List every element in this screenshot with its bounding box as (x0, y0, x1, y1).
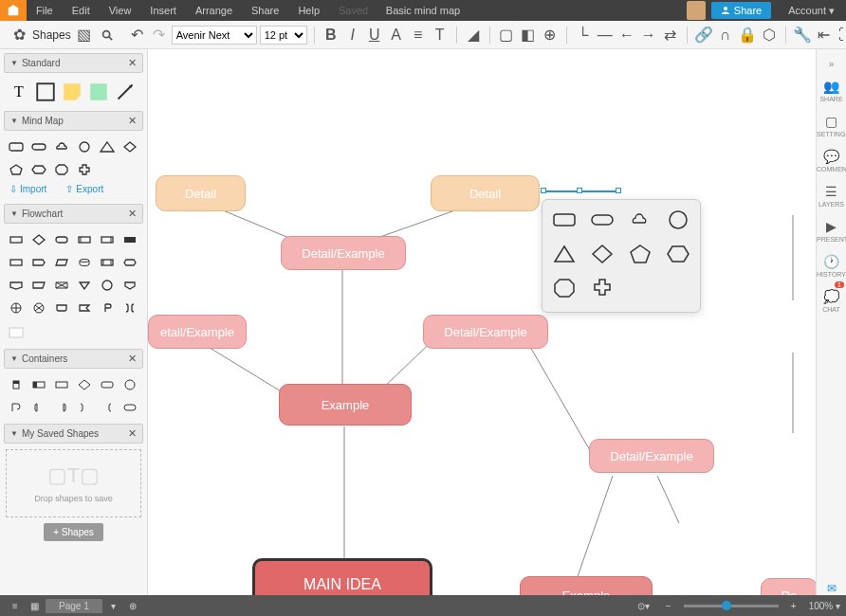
pick-pill[interactable] (590, 209, 615, 234)
export-link[interactable]: ⇧ Export (65, 184, 103, 194)
fc-s9[interactable] (53, 254, 70, 271)
fc-s20[interactable] (30, 299, 47, 317)
italic-icon[interactable]: I (343, 26, 362, 45)
rp-history[interactable]: 🕐HISTORY (817, 248, 846, 283)
canvas[interactable]: Detail Detail Detail/Example etail/Examp… (148, 49, 816, 616)
node-de-1[interactable]: Detail/Example (281, 236, 406, 270)
user-avatar[interactable] (687, 1, 706, 20)
zoom-value[interactable]: 100% ▾ (809, 601, 840, 611)
fc-s17[interactable] (99, 277, 116, 294)
mm-hexagon[interactable] (30, 161, 47, 178)
rp-settings[interactable]: ▢SETTINGS (817, 108, 846, 143)
fc-s11[interactable] (99, 254, 116, 271)
node-ex-1[interactable]: Example (279, 384, 412, 426)
page-menu-icon[interactable]: ▾ (104, 601, 123, 611)
fc-s6[interactable] (121, 231, 138, 248)
fc-s19[interactable] (8, 299, 25, 317)
text-shape[interactable]: T (9, 82, 28, 101)
menu-help[interactable]: Help (288, 5, 329, 16)
rp-present[interactable]: ▶PRESENT (817, 213, 846, 248)
mm-cloud[interactable] (53, 138, 70, 155)
ct-s6[interactable] (121, 376, 138, 393)
ct-s8[interactable] (30, 399, 47, 416)
pick-cross[interactable] (590, 278, 615, 302)
ct-s4[interactable] (76, 376, 93, 393)
line-swap-icon[interactable]: ⇄ (661, 26, 680, 45)
ct-s10[interactable] (76, 399, 93, 416)
ct-s11[interactable] (99, 399, 116, 416)
ct-s5[interactable] (99, 376, 116, 393)
fc-s8[interactable] (30, 254, 47, 271)
mm-diamond[interactable] (121, 138, 138, 155)
fc-s1[interactable] (8, 231, 25, 248)
fc-swatch[interactable] (8, 324, 25, 341)
fullscreen-icon[interactable]: ⛶ (837, 26, 846, 45)
rp-share[interactable]: 👥SHARE (817, 73, 846, 108)
selection-handle[interactable] (541, 188, 546, 193)
close-icon[interactable]: ✕ (128, 427, 137, 440)
pick-diamond[interactable] (590, 244, 615, 268)
rp-layers[interactable]: ☰LAYERS (817, 178, 846, 213)
panel-flowchart[interactable]: ▼Flowchart✕ (4, 204, 143, 224)
close-icon[interactable]: ✕ (128, 115, 137, 127)
gear-icon[interactable]: ✿ (9, 26, 28, 45)
ct-s3[interactable] (53, 376, 70, 393)
menu-view[interactable]: View (100, 5, 141, 16)
close-icon[interactable]: ✕ (128, 208, 137, 220)
menu-share[interactable]: Share (242, 5, 288, 16)
node-de-3[interactable]: Detail/Example (423, 315, 548, 349)
fc-s21[interactable] (53, 299, 70, 317)
node-detail-2[interactable]: Detail (431, 175, 540, 211)
zoom-in-icon[interactable]: + (784, 601, 803, 611)
document-title[interactable]: Basic mind map (386, 5, 460, 16)
pick-pentagon[interactable] (628, 244, 653, 268)
bold-icon[interactable]: B (322, 26, 340, 45)
panel-containers[interactable]: ▼Containers✕ (4, 349, 143, 369)
mm-octagon[interactable] (53, 161, 70, 178)
panel-standard[interactable]: ▼Standard✕ (4, 53, 143, 73)
import-link[interactable]: ⇩ Import (9, 184, 46, 194)
add-page-icon[interactable]: ⊕ (123, 601, 142, 611)
rp-comment[interactable]: 💬COMMENT (817, 143, 846, 178)
menu-arrange[interactable]: Arrange (186, 5, 242, 16)
magnet-icon[interactable]: ∩ (716, 26, 735, 45)
saved-dropzone[interactable]: ▢T▢ Drop shapes to save (6, 449, 141, 517)
rp-chat[interactable]: 💭1CHAT (817, 283, 846, 318)
expand-right-icon[interactable]: » (825, 55, 838, 73)
pick-triangle[interactable] (552, 244, 577, 268)
lock-icon[interactable]: 🔒 (738, 26, 757, 45)
fc-s15[interactable] (53, 277, 70, 294)
mm-rect[interactable] (8, 138, 25, 155)
redo-icon[interactable]: ↷ (150, 26, 169, 45)
fc-s16[interactable] (76, 277, 93, 294)
zoom-out-icon[interactable]: − (659, 601, 678, 611)
menu-file[interactable]: File (27, 5, 63, 16)
ct-s1[interactable] (8, 376, 25, 393)
app-logo[interactable] (0, 0, 27, 21)
pick-cloud[interactable] (628, 209, 653, 234)
close-icon[interactable]: ✕ (128, 353, 137, 365)
hotspot-shape[interactable] (89, 82, 108, 101)
pick-hexagon[interactable] (666, 244, 690, 268)
border-icon[interactable]: ▢ (497, 26, 516, 45)
wrench-icon[interactable]: 🔧 (793, 26, 812, 45)
note-shape[interactable] (63, 82, 82, 101)
link-icon[interactable]: 🔗 (694, 26, 713, 45)
size-select[interactable]: 12 pt (260, 26, 307, 45)
fc-s14[interactable] (30, 277, 47, 294)
fill-icon[interactable]: ◢ (464, 26, 483, 45)
line-icon[interactable]: └ (574, 26, 593, 45)
page-tab[interactable]: Page 1 (46, 599, 102, 613)
undo-icon[interactable]: ↶ (128, 26, 147, 45)
add-shapes-button[interactable]: + Shapes (44, 523, 103, 541)
fc-s4[interactable] (76, 231, 93, 248)
ct-s2[interactable] (30, 376, 47, 393)
image-icon[interactable]: ▧ (75, 26, 94, 45)
zoom-slider[interactable] (684, 605, 779, 607)
arrow-end-icon[interactable]: → (639, 26, 658, 45)
fc-s18[interactable] (121, 277, 138, 294)
outline-icon[interactable]: ≡ (6, 601, 25, 611)
mm-cross[interactable] (76, 161, 93, 178)
fc-s12[interactable] (121, 254, 138, 271)
menu-edit[interactable]: Edit (63, 5, 100, 16)
